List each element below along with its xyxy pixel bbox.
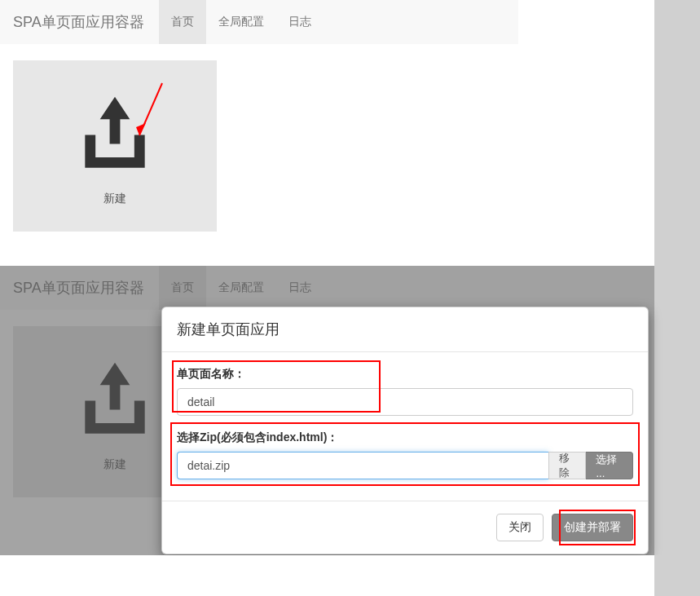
modal-header: 新建单页面应用 — [162, 307, 648, 352]
modal-footer: 关闭 创建并部署 — [162, 501, 648, 554]
create-tile-label: 新建 — [103, 192, 126, 206]
create-modal: 新建单页面应用 单页面名称： 选择Zip(必须包含index.html)： 移除… — [161, 307, 649, 554]
navbar: SPA单页面应用容器 首页 全局配置 日志 — [0, 0, 518, 44]
nav-logs[interactable]: 日志 — [276, 0, 324, 44]
app-brand: SPA单页面应用容器 — [13, 12, 144, 32]
zip-input-group: 移除 选择 ... — [177, 452, 633, 479]
zip-label: 选择Zip(必须包含index.html)： — [177, 430, 633, 445]
modal-title: 新建单页面应用 — [177, 320, 633, 339]
content-area: 新建 — [0, 44, 518, 256]
name-label: 单页面名称： — [177, 367, 633, 382]
name-input[interactable] — [177, 388, 633, 416]
close-button[interactable]: 关闭 — [496, 514, 544, 541]
name-group: 单页面名称： — [177, 367, 633, 416]
remove-button[interactable]: 移除 — [548, 452, 587, 479]
nav-config[interactable]: 全局配置 — [206, 0, 276, 44]
submit-button[interactable]: 创建并部署 — [552, 514, 633, 541]
zip-group: 选择Zip(必须包含index.html)： 移除 选择 ... — [177, 430, 633, 479]
right-gutter — [654, 0, 700, 555]
zip-input[interactable] — [177, 452, 548, 479]
create-tile[interactable]: 新建 — [13, 60, 217, 232]
upload-icon — [70, 86, 160, 175]
choose-button[interactable]: 选择 ... — [586, 452, 633, 479]
nav-home[interactable]: 首页 — [159, 0, 206, 44]
modal-body: 单页面名称： 选择Zip(必须包含index.html)： 移除 选择 ... — [162, 352, 648, 501]
